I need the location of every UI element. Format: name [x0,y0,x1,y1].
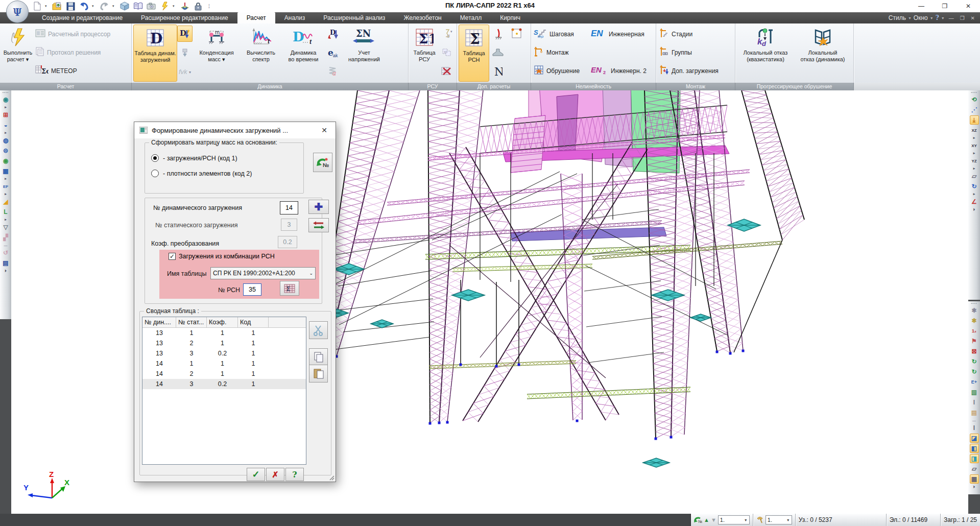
resize-grip[interactable] [328,474,334,481]
gear-yellow-icon[interactable]: ✱ [970,316,979,325]
axes-iso-icon[interactable]: ⋰ [970,105,979,114]
plate-white-icon[interactable]: ▱ [970,464,979,473]
add-load-button[interactable]: ✚ [308,200,329,214]
tab-6[interactable]: Железобетон [394,12,450,23]
new-document-icon[interactable] [32,1,42,11]
ribbon-button[interactable]: ΣN Учетнапряжений [341,25,388,82]
meteor-button[interactable]: ΣσМЕТЕОР [35,64,128,78]
crane-add-button[interactable]: +Доп. загружения [659,64,733,78]
mdi-close-icon[interactable]: ✕ [969,15,977,21]
en2-button[interactable]: EN2Инженерн. 2 [591,64,652,78]
paste-button[interactable] [309,365,328,382]
toolbar-grip[interactable]: ▪▪▪▪ [3,90,9,94]
menu-window[interactable]: Окно [914,14,928,21]
spin-green1-icon[interactable]: ↻ [970,367,979,376]
ribbon-button[interactable]: Dt Динамикаво времени [281,25,325,82]
open-icon[interactable] [52,1,62,11]
sphere-line-icon[interactable]: ◒ [1,121,10,130]
rsn-combination-checkbox[interactable]: ✓ [169,253,176,260]
table-header[interactable]: № стат... [176,317,207,327]
caret-icon[interactable]: ▸ [1,131,10,135]
table-row[interactable]: 14211 [142,369,306,379]
undo-icon[interactable] [79,1,89,11]
mdi-restore-icon[interactable]: ❐ [958,15,967,21]
crane-button[interactable]: Монтаж [534,46,590,59]
close-button[interactable]: ✕ [957,0,980,12]
xy-icon[interactable]: XY [970,141,979,150]
swap-button[interactable] [308,218,329,232]
toolbar-grip[interactable]: ▪▪▪▪ [971,90,977,94]
tab-2[interactable]: Расширенное редактирование [132,12,237,23]
ribbon-button[interactable]: Σ ТаблицаРСН [459,25,489,82]
tab-4[interactable]: Анализ [275,12,315,23]
load-combo-2[interactable]: 1.▼ [766,515,792,524]
d-edit-button[interactable]: D [177,26,193,42]
crane-stages-button[interactable]: Стадии [659,28,733,41]
ribbon-button[interactable]: t Вычислитьспектр [241,25,281,82]
caret-icon[interactable]: ▸ [970,151,979,155]
down-triangle-icon[interactable]: ▼ [711,517,716,523]
shape-c-icon[interactable]: ◨ [970,454,979,463]
caret-icon[interactable]: ▸ [1,177,10,181]
camera-icon[interactable] [146,1,156,11]
book-icon[interactable] [133,1,143,11]
table-header[interactable]: № дин.... [142,317,176,327]
axes-down-icon[interactable]: ⤓ [970,115,979,125]
menu-style[interactable]: Стиль [889,14,906,21]
rsn-table-button[interactable]: Σ [280,281,299,296]
help-menu[interactable]: ? [936,14,939,21]
d-down-button[interactable]: D [325,26,341,42]
ef-plus-icon[interactable]: E+ [970,377,979,387]
tab-8[interactable]: Кирпич [491,12,530,23]
nodes-red-icon[interactable]: ⊞ [1,110,10,119]
ribbon-button[interactable]: Σ1 ТаблицаРСУ [410,25,439,82]
renumber-button[interactable]: № [313,153,332,172]
lock-icon[interactable] [193,1,203,11]
model-3d-icon[interactable] [180,1,190,11]
net-12-icon[interactable]: ⊠ [970,347,979,356]
sphere-h-icon[interactable]: ⊜ [1,146,10,155]
dyn-load-number-input[interactable]: 14 [280,201,298,214]
flags-icon[interactable]: ⚑ [970,337,979,346]
rsu-del-button[interactable] [439,63,455,80]
app-logo-icon[interactable]: Ψ [6,1,29,23]
l-dim-icon[interactable]: L [1,207,10,217]
toolbar-expand-icon[interactable]: ⏵ [973,207,975,213]
table-row[interactable]: 13211 [142,338,306,348]
solution-protocol-button[interactable]: Протокол решения [35,46,128,59]
collapse-button[interactable]: Обрушение [534,64,590,78]
table-red-icon[interactable]: ▤ [1,258,10,268]
tab-3[interactable]: Расчет [237,12,275,23]
funnel-icon[interactable]: ▽ [1,223,10,232]
cube-icon[interactable] [119,1,130,11]
hammer-icon[interactable] [756,516,763,524]
flash-icon[interactable]: ◢ [1,197,10,206]
grid-blue-icon[interactable]: ▦ [1,166,10,176]
copy-button[interactable] [309,348,328,366]
fvk-button[interactable]: fvk▾ [177,63,193,80]
restore-button[interactable]: ❐ [933,0,957,12]
renumber-status-icon[interactable]: № [694,516,702,524]
dropdown-caret-icon[interactable]: ▾ [173,4,177,8]
ribbon-button[interactable]: Выполнитьрасчет ▾ [2,25,34,82]
ribbon-button[interactable]: m Конденсациямасс ▾ [193,25,241,82]
rsn-number-input[interactable]: 35 [243,283,261,296]
radio-selected-icon[interactable] [151,154,159,162]
ef-icon[interactable]: EF [1,182,10,191]
calc-processor-button[interactable]: Расчетный процессор [35,28,128,41]
foundation-button[interactable] [489,44,507,61]
axes-red-icon[interactable]: ∠ [970,197,979,206]
brick-icon[interactable]: ▤ [970,408,979,417]
chair-icon[interactable]: ▞ [1,233,10,242]
ok-button[interactable]: ✓ [247,468,265,481]
summary-table[interactable]: № дин....№ стат...Коэф.Код 1311113211133… [142,317,306,465]
rsu-sigma-button[interactable]: σ▾ [439,26,455,42]
tab-1[interactable]: Создание и редактирование [33,12,132,23]
caret-icon[interactable]: ▸ [970,136,979,140]
crane-groups-button[interactable]: Группы [659,46,733,59]
toolbar-expand-icon[interactable]: ⏵ [973,484,975,490]
lightning-icon[interactable] [159,1,170,11]
qat-overflow-icon[interactable]: ⁞ [208,4,210,9]
load-combo-1[interactable]: 1.▼ [718,515,750,524]
radio-unselected-icon[interactable] [151,170,159,177]
